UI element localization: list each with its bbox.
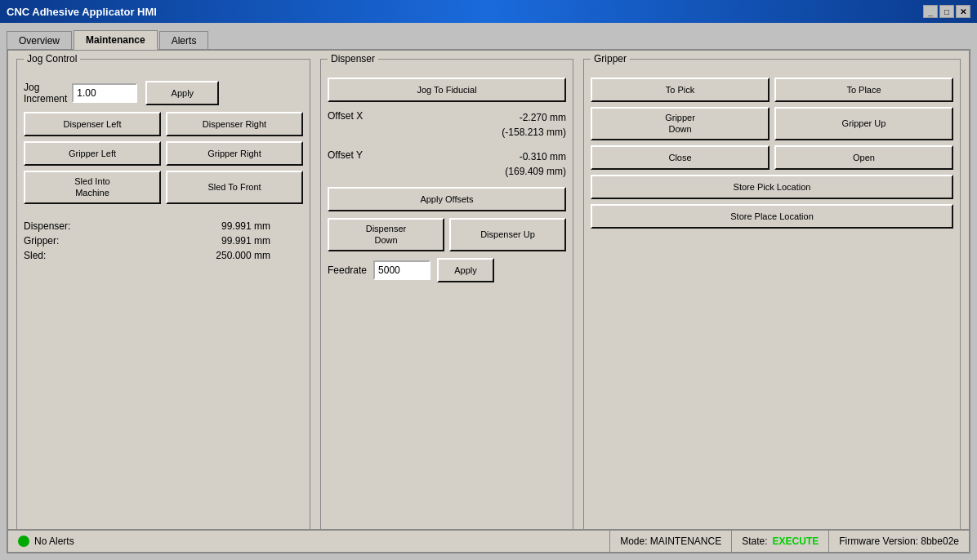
jog-status: Dispenser: 99.991 mm Gripper: 99.991 mm … bbox=[24, 220, 303, 261]
to-pick-button[interactable]: To Pick bbox=[591, 78, 770, 102]
jog-control-panel: Jog Control JogIncrement Apply Dispenser… bbox=[16, 59, 310, 544]
store-place-location-button[interactable]: Store Place Location bbox=[591, 204, 953, 229]
jog-control-label: Jog Control bbox=[24, 53, 80, 64]
dispenser-label: Dispenser bbox=[328, 53, 378, 64]
state-value: EXECUTE bbox=[773, 536, 819, 547]
gripper-up-button[interactable]: Gripper Up bbox=[774, 107, 953, 140]
open-button[interactable]: Open bbox=[774, 145, 953, 170]
close-button[interactable]: Close bbox=[591, 145, 770, 170]
tab-maintenance[interactable]: Maintenance bbox=[74, 30, 158, 50]
minimize-button[interactable]: _ bbox=[923, 5, 938, 18]
dispenser-inner: Jog To Fiducial Offset X -2.270 mm (-158… bbox=[328, 78, 566, 282]
apply-offsets-button[interactable]: Apply Offsets bbox=[328, 187, 566, 211]
sled-to-front-button[interactable]: Sled To Front bbox=[166, 171, 303, 204]
gripper-down-button[interactable]: Gripper Down bbox=[591, 107, 770, 140]
no-alerts-text: No Alerts bbox=[34, 536, 74, 547]
gripper-status-value: 99.991 mm bbox=[221, 235, 270, 247]
offset-y-sub: (169.409 mm) bbox=[505, 164, 566, 179]
dispenser-up-button[interactable]: Dispenser Up bbox=[449, 218, 566, 251]
tab-alerts[interactable]: Alerts bbox=[159, 31, 209, 50]
offset-y-value: -0.310 mm bbox=[505, 149, 566, 164]
panels-row: Jog Control JogIncrement Apply Dispenser… bbox=[16, 59, 961, 544]
dispenser-right-button[interactable]: Dispenser Right bbox=[166, 112, 303, 136]
feedrate-apply-button[interactable]: Apply bbox=[437, 258, 494, 282]
offset-x-sub: (-158.213 mm) bbox=[502, 125, 566, 140]
tab-bar: Overview Maintenance Alerts bbox=[7, 29, 970, 49]
offset-x-row: Offset X -2.270 mm (-158.213 mm) bbox=[328, 109, 566, 141]
sled-into-machine-button[interactable]: Sled Into Machine bbox=[24, 171, 161, 204]
close-button[interactable]: ✕ bbox=[956, 5, 970, 18]
firmware-segment: Firmware Version: 8bbe02e bbox=[829, 531, 969, 552]
sled-status: Sled: 250.000 mm bbox=[24, 250, 303, 261]
to-place-button[interactable]: To Place bbox=[774, 78, 953, 102]
window-controls: _ □ ✕ bbox=[923, 5, 970, 18]
mode-segment: Mode: MAINTENANCE bbox=[610, 531, 732, 552]
state-segment: State: EXECUTE bbox=[732, 531, 829, 552]
main-window: Overview Maintenance Alerts Jog Control … bbox=[0, 23, 977, 560]
offset-y-row: Offset Y -0.310 mm (169.409 mm) bbox=[328, 148, 566, 180]
dispenser-panel: Dispenser Jog To Fiducial Offset X -2.27… bbox=[320, 59, 573, 544]
sled-status-label: Sled: bbox=[24, 250, 46, 261]
gripper-right-button[interactable]: Gripper Right bbox=[166, 141, 303, 166]
dispenser-status-value: 99.991 mm bbox=[221, 220, 270, 232]
dispenser-up-down-row: Dispenser Down Dispenser Up bbox=[328, 218, 566, 251]
dispenser-status: Dispenser: 99.991 mm bbox=[24, 220, 303, 232]
dispenser-left-button[interactable]: Dispenser Left bbox=[24, 112, 161, 136]
alert-icon bbox=[18, 536, 29, 547]
offset-x-values: -2.270 mm (-158.213 mm) bbox=[502, 110, 566, 140]
jog-button-grid: Dispenser Left Dispenser Right Gripper L… bbox=[24, 112, 303, 204]
maximize-button[interactable]: □ bbox=[939, 5, 954, 18]
tab-overview[interactable]: Overview bbox=[7, 31, 72, 50]
jog-to-fiducial-button[interactable]: Jog To Fiducial bbox=[328, 78, 566, 102]
offset-y-label: Offset Y bbox=[328, 149, 385, 161]
gripper-top-grid: To Pick To Place Gripper Down Gripper Up… bbox=[591, 78, 953, 170]
store-pick-location-button[interactable]: Store Pick Location bbox=[591, 175, 953, 199]
app-title: CNC Adhesive Applicator HMI bbox=[7, 6, 157, 18]
jog-apply-button[interactable]: Apply bbox=[145, 81, 219, 105]
jog-increment-label: JogIncrement bbox=[24, 82, 67, 104]
tab-content: Jog Control JogIncrement Apply Dispenser… bbox=[7, 49, 970, 553]
offset-y-values: -0.310 mm (169.409 mm) bbox=[505, 149, 566, 179]
state-label: State: bbox=[742, 536, 767, 547]
status-bar: No Alerts Mode: MAINTENANCE State: EXECU… bbox=[8, 529, 969, 552]
gripper-inner: To Pick To Place Gripper Down Gripper Up… bbox=[591, 78, 953, 229]
feedrate-label: Feedrate bbox=[328, 264, 367, 276]
firmware-text: Firmware Version: 8bbe02e bbox=[839, 536, 959, 547]
gripper-panel: Gripper To Pick To Place Gripper Down Gr… bbox=[583, 59, 961, 544]
dispenser-down-button[interactable]: Dispenser Down bbox=[328, 218, 444, 251]
offset-x-value: -2.270 mm bbox=[502, 110, 566, 125]
jog-increment-input[interactable] bbox=[72, 83, 137, 103]
gripper-left-button[interactable]: Gripper Left bbox=[24, 141, 161, 166]
sled-status-value: 250.000 mm bbox=[216, 250, 270, 261]
gripper-label: Gripper bbox=[591, 53, 630, 64]
feedrate-row: Feedrate Apply bbox=[328, 258, 566, 282]
alerts-segment: No Alerts bbox=[8, 531, 610, 552]
title-bar: CNC Adhesive Applicator HMI _ □ ✕ bbox=[0, 0, 977, 23]
feedrate-input[interactable] bbox=[373, 260, 431, 280]
jog-increment-row: JogIncrement Apply bbox=[24, 81, 303, 105]
offset-x-label: Offset X bbox=[328, 110, 385, 122]
gripper-status: Gripper: 99.991 mm bbox=[24, 235, 303, 247]
dispenser-status-label: Dispenser: bbox=[24, 220, 70, 232]
mode-text: Mode: MAINTENANCE bbox=[620, 536, 721, 547]
gripper-status-label: Gripper: bbox=[24, 235, 59, 247]
